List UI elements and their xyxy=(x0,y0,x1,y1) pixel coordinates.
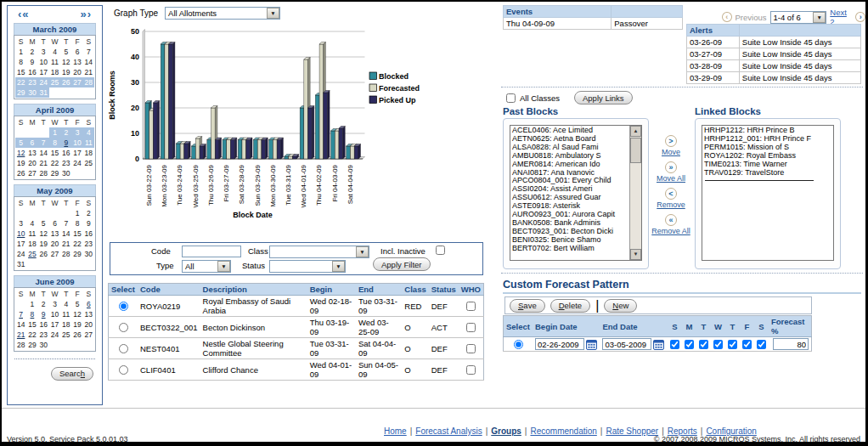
calendar-day[interactable]: 27 xyxy=(26,168,37,178)
calendar-day[interactable]: 7 xyxy=(83,47,94,57)
past-blocks-listbox[interactable]: ACEL0406: Ace LimitedAETN0625: Aetna Boa… xyxy=(510,125,642,261)
list-item[interactable]: TRAV0129: TravelStore xyxy=(702,169,833,178)
calendar-day[interactable]: 8 xyxy=(49,138,60,148)
calendar-day[interactable]: 11 xyxy=(60,309,71,319)
calendar-day[interactable]: 13 xyxy=(26,148,37,158)
calendar-forward-icon[interactable]: »› xyxy=(80,8,92,20)
calendar-day[interactable]: 15 xyxy=(26,319,37,330)
row-select-radio[interactable] xyxy=(119,365,128,375)
calendar-day[interactable]: 14 xyxy=(60,229,71,239)
day-checkbox[interactable] xyxy=(699,340,708,349)
day-checkbox[interactable] xyxy=(757,340,766,349)
calendar-day[interactable]: 29 xyxy=(49,168,60,178)
calendar-day[interactable]: 10 xyxy=(71,138,82,148)
calendar-day[interactable]: 3 xyxy=(38,47,49,57)
calendar-day[interactable]: 13 xyxy=(83,309,94,319)
calendar-day[interactable]: 6 xyxy=(26,138,37,148)
calendar-day[interactable]: 4 xyxy=(83,127,94,138)
calendar-day[interactable]: 30 xyxy=(38,340,49,350)
who-checkbox[interactable] xyxy=(466,302,476,311)
calendar-day[interactable]: 12 xyxy=(60,57,71,67)
calendar-day[interactable]: 28 xyxy=(38,168,49,178)
calendar-day[interactable]: 28 xyxy=(60,249,71,259)
calendar-day[interactable]: 6 xyxy=(83,299,94,309)
move-all-icon[interactable]: » xyxy=(665,161,677,173)
calendar-day[interactable]: 1 xyxy=(26,299,37,309)
calendar-day[interactable]: 27 xyxy=(71,77,82,88)
pattern-select-radio[interactable] xyxy=(514,340,523,349)
calendar-icon[interactable] xyxy=(651,340,664,349)
calendar-day[interactable]: 12 xyxy=(38,229,49,239)
previous-arrow-icon[interactable]: ‹ xyxy=(722,12,732,22)
calendar-day[interactable]: 4 xyxy=(49,47,60,57)
calendar-day[interactable]: 23 xyxy=(26,77,37,88)
calendar-day[interactable]: 30 xyxy=(60,168,71,178)
calendar-day[interactable]: 10 xyxy=(15,229,26,239)
footer-link-recommendation[interactable]: Recommendation xyxy=(530,426,596,436)
chevron-down-icon[interactable]: ▼ xyxy=(356,246,369,257)
calendar-day[interactable]: 25 xyxy=(83,158,94,168)
apply-filter-button[interactable]: Apply Filter xyxy=(373,257,431,271)
end-date-input[interactable] xyxy=(602,338,651,350)
calendar-day[interactable]: 1 xyxy=(71,208,82,218)
calendar-day[interactable]: 2 xyxy=(38,299,49,309)
calendar-day[interactable]: 16 xyxy=(60,148,71,158)
calendar-day[interactable]: 15 xyxy=(49,148,60,158)
calendar-day[interactable]: 5 xyxy=(15,138,26,148)
calendar-day[interactable]: 19 xyxy=(15,158,26,168)
calendar-day[interactable]: 3 xyxy=(49,299,60,309)
calendar-day[interactable]: 1 xyxy=(15,47,26,57)
calendar-day[interactable]: 29 xyxy=(15,88,26,98)
calendar-day[interactable]: 6 xyxy=(49,218,60,229)
calendar-day[interactable]: 9 xyxy=(60,138,71,148)
calendar-day[interactable]: 18 xyxy=(60,319,71,330)
row-select-radio[interactable] xyxy=(119,344,128,353)
calendar-day[interactable]: 31 xyxy=(38,88,49,98)
calendar-day[interactable]: 21 xyxy=(83,67,94,77)
calendar-day[interactable]: 11 xyxy=(83,138,94,148)
who-checkbox[interactable] xyxy=(466,323,476,332)
calendar-day[interactable]: 16 xyxy=(38,319,49,330)
calendar-day[interactable]: 2 xyxy=(60,127,71,138)
linked-blocks-listbox[interactable]: HRHP1212: HRH Prince BHRHP1212_001: HRH … xyxy=(702,125,834,261)
calendar-day[interactable]: 7 xyxy=(15,309,26,319)
next-arrow-icon[interactable]: › xyxy=(855,12,865,22)
calendar-day[interactable]: 17 xyxy=(38,67,49,77)
move-all-button[interactable]: Move All xyxy=(657,174,685,183)
search-button[interactable]: Search xyxy=(51,367,93,381)
calendar-day[interactable]: 12 xyxy=(71,309,82,319)
calendar-day[interactable]: 24 xyxy=(71,158,82,168)
save-button[interactable]: Save xyxy=(510,299,545,313)
calendar-day[interactable]: 10 xyxy=(49,309,60,319)
calendar-day[interactable]: 27 xyxy=(83,330,94,340)
all-classes-checkbox[interactable] xyxy=(506,93,516,103)
calendar-day[interactable]: 19 xyxy=(38,239,49,249)
calendar-day[interactable]: 20 xyxy=(49,239,60,249)
calendar-day[interactable]: 29 xyxy=(26,340,37,350)
footer-link-forecast-analysis[interactable]: Forecast Analysis xyxy=(415,426,482,436)
footer-link-groups[interactable]: Groups xyxy=(491,426,521,436)
calendar-day[interactable]: 22 xyxy=(71,239,82,249)
calendar-day[interactable]: 24 xyxy=(38,77,49,88)
calendar-day[interactable]: 17 xyxy=(15,239,26,249)
calendar-day[interactable]: 22 xyxy=(15,77,26,88)
calendar-day[interactable]: 8 xyxy=(15,57,26,67)
calendar-day[interactable]: 28 xyxy=(83,77,94,88)
calendar-day[interactable]: 12 xyxy=(15,148,26,158)
calendar-icon[interactable] xyxy=(584,340,597,349)
calendar-day[interactable]: 31 xyxy=(15,259,26,269)
list-item[interactable]: BERT0702: Bert William xyxy=(510,245,629,253)
table-row[interactable]: ROYA0219Royal Embassy of Saudi ArabiaWed… xyxy=(109,296,484,317)
calendar-day[interactable]: 9 xyxy=(38,309,49,319)
calendar-day[interactable]: 7 xyxy=(38,138,49,148)
calendar-day[interactable]: 23 xyxy=(38,330,49,340)
table-row[interactable]: CLIF0401Clifford ChanceWed 04-01-09Sun 0… xyxy=(109,359,484,381)
calendar-day[interactable]: 10 xyxy=(38,57,49,67)
calendar-day[interactable]: 23 xyxy=(83,239,94,249)
calendar-day[interactable]: 21 xyxy=(38,158,49,168)
calendar-day[interactable]: 9 xyxy=(26,57,37,67)
calendar-day[interactable]: 2 xyxy=(26,47,37,57)
calendar-day[interactable]: 20 xyxy=(26,158,37,168)
calendar-day[interactable]: 23 xyxy=(60,158,71,168)
table-row[interactable]: BECT0322_001Becton DickinsonThu 03-19-09… xyxy=(109,317,484,338)
